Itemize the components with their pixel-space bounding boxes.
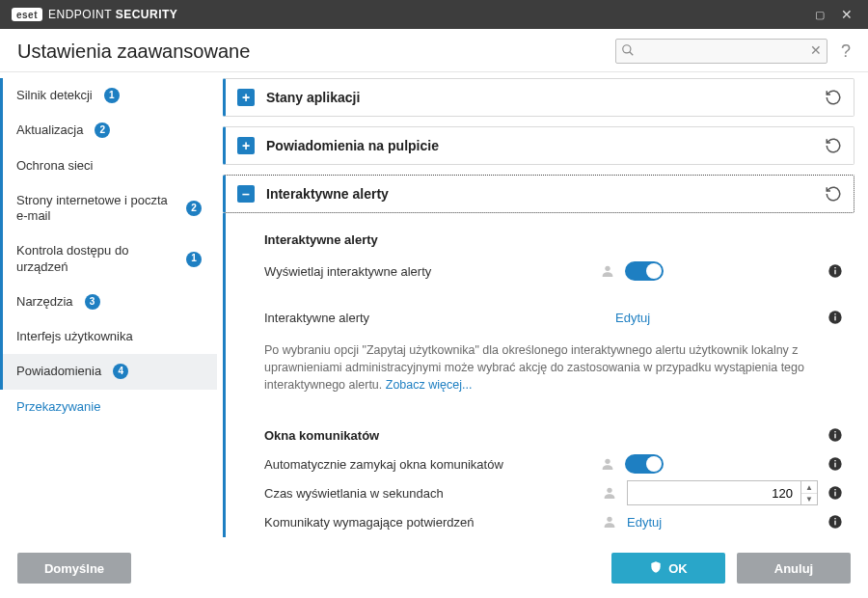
svg-point-16 (607, 488, 611, 493)
spinner-up-icon[interactable]: ▲ (801, 481, 817, 494)
row-confirm-msgs: Komunikaty wymagające potwierdzeń Edytuj (264, 507, 843, 536)
row-edit-alerts: Interaktywne alerty Edytuj (264, 303, 843, 332)
row-timeout: Czas wyświetlania w sekundach ▲ ▼ (264, 478, 843, 507)
svg-rect-22 (834, 521, 835, 526)
sidebar-item-label: Silnik detekcji (16, 88, 93, 103)
sidebar-item-forwarding[interactable]: Przekazywanie (0, 390, 217, 424)
panel-title: Powiadomienia na pulpicie (266, 138, 813, 153)
sidebar-item-label: Powiadomienia (16, 364, 101, 379)
window-maximize-icon[interactable]: ▢ (806, 9, 833, 21)
panel-title: Interaktywne alerty (266, 186, 813, 202)
expand-icon[interactable]: + (237, 89, 255, 106)
edit-link[interactable]: Edytuj (615, 311, 818, 325)
timeout-spinner: ▲ ▼ (800, 480, 818, 505)
row-msgboxes-heading: Okna komunikatów (264, 421, 843, 449)
panel-interactive-alerts[interactable]: – Interaktywne alerty (223, 175, 854, 213)
content-scroll[interactable]: + Stany aplikacji + Powiadomienia na pul… (223, 78, 864, 537)
svg-rect-10 (834, 434, 835, 439)
sidebar-item-label: Ochrona sieci (16, 158, 93, 174)
sidebar-item-ui[interactable]: Interfejs użytkownika (0, 319, 217, 354)
search-input[interactable] (615, 39, 827, 64)
sidebar-badge: 4 (113, 364, 128, 379)
row-label: Interaktywne alerty (264, 311, 606, 325)
window-title-bold: SECURITY (116, 8, 178, 21)
svg-rect-14 (834, 463, 835, 468)
info-icon[interactable] (827, 485, 843, 501)
reset-icon[interactable] (825, 185, 842, 203)
sidebar-item-tools[interactable]: Narzędzia3 (0, 285, 217, 319)
default-button[interactable]: Domyślne (17, 553, 131, 584)
svg-rect-19 (834, 489, 835, 490)
row-label: Automatycznie zamykaj okna komunikatów (264, 457, 590, 472)
search-clear-icon[interactable]: ✕ (810, 42, 822, 58)
sidebar-item-network-protection[interactable]: Ochrona sieci (0, 149, 217, 183)
window-title-light: ENDPOINT (48, 8, 112, 21)
see-more-link[interactable]: Zobacz więcej... (386, 378, 473, 392)
panel-title: Stany aplikacji (266, 90, 813, 105)
window-title: ENDPOINT SECURITY (48, 8, 177, 21)
user-icon (600, 456, 615, 472)
info-icon[interactable] (827, 263, 843, 279)
panel-app-states[interactable]: + Stany aplikacji (223, 78, 854, 117)
cancel-button[interactable]: Anuluj (737, 553, 851, 584)
reset-icon[interactable] (825, 137, 842, 154)
expand-icon[interactable]: + (237, 137, 255, 154)
svg-rect-15 (834, 460, 835, 461)
svg-point-20 (607, 517, 611, 522)
row-label: Wyświetlaj interaktywne alerty (264, 264, 590, 279)
toggle-show-alerts[interactable] (625, 261, 664, 281)
user-icon (602, 485, 617, 501)
sidebar-item-notifications[interactable]: Powiadomienia4 (0, 354, 217, 389)
sidebar-item-label: Aktualizacja (16, 122, 83, 138)
content-area: + Stany aplikacji + Powiadomienia na pul… (217, 72, 868, 543)
search-input-wrap: ✕ (615, 39, 827, 64)
row-auto-close: Automatycznie zamykaj okna komunikatów (264, 449, 843, 478)
sidebar-item-label: Przekazywanie (16, 399, 100, 415)
ok-button[interactable]: OK (611, 553, 725, 584)
sidebar-badge: 3 (85, 294, 100, 310)
page-title: Ustawienia zaawansowane (17, 41, 250, 63)
toggle-auto-close[interactable] (625, 454, 664, 474)
spinner-down-icon[interactable]: ▼ (801, 494, 817, 505)
alerts-description: Po wybraniu opcji "Zapytaj użytkownika" … (264, 341, 804, 394)
section-heading-msgboxes: Okna komunikatów (264, 428, 818, 443)
sidebar-item-detection-engine[interactable]: Silnik detekcji1 (0, 78, 217, 113)
svg-rect-11 (834, 431, 835, 432)
sidebar-badge: 1 (104, 88, 120, 103)
sidebar-badge: 2 (95, 122, 110, 138)
reset-icon[interactable] (825, 89, 842, 106)
info-icon[interactable] (827, 310, 843, 325)
header: Ustawienia zaawansowane ✕ ? (0, 29, 868, 72)
footer: Domyślne OK Anuluj (0, 543, 868, 593)
info-icon[interactable] (827, 427, 843, 443)
user-icon (602, 514, 617, 530)
titlebar: eset ENDPOINT SECURITY ▢ ✕ (0, 0, 868, 29)
alerts-description-text: Po wybraniu opcji "Zapytaj użytkownika" … (264, 343, 804, 392)
brand-badge: eset (12, 8, 42, 21)
svg-point-2 (605, 266, 610, 271)
info-icon[interactable] (827, 514, 843, 530)
sidebar-item-device-control[interactable]: Kontrola dostępu do urządzeń1 (0, 233, 217, 285)
svg-rect-23 (834, 518, 835, 519)
collapse-icon[interactable]: – (237, 185, 255, 203)
timeout-input-wrap: ▲ ▼ (627, 480, 818, 505)
section-heading-alerts: Interaktywne alerty (264, 232, 843, 247)
svg-rect-7 (834, 316, 835, 321)
svg-rect-8 (834, 313, 835, 314)
info-icon[interactable] (827, 456, 843, 472)
sidebar-item-label: Strony internetowe i poczta e-mail (16, 193, 175, 225)
svg-rect-18 (834, 492, 835, 497)
user-icon (600, 263, 615, 279)
sidebar-item-web-email[interactable]: Strony internetowe i poczta e-mail2 (0, 183, 217, 234)
panel-desktop-notifications[interactable]: + Powiadomienia na pulpicie (223, 126, 854, 165)
svg-point-12 (605, 459, 610, 464)
row-show-alerts: Wyświetlaj interaktywne alerty (264, 257, 843, 285)
window-close-icon[interactable]: ✕ (833, 7, 860, 22)
sidebar-item-update[interactable]: Aktualizacja2 (0, 113, 217, 148)
timeout-input[interactable] (627, 480, 800, 505)
help-button[interactable]: ? (841, 41, 851, 62)
row-label: Komunikaty wymagające potwierdzeń (264, 515, 592, 530)
sidebar-item-label: Interfejs użytkownika (16, 329, 133, 344)
ok-button-label: OK (668, 561, 688, 576)
edit-link[interactable]: Edytuj (627, 515, 818, 530)
